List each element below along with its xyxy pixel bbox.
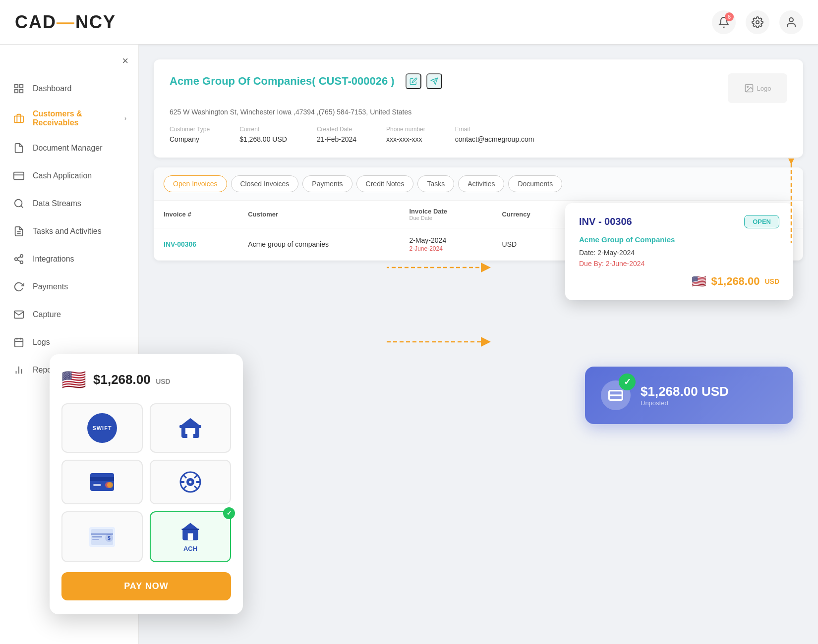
- wire-icon: [178, 470, 202, 494]
- payment-methods-grid: SWIFT: [61, 403, 231, 562]
- ach-label: ACH: [183, 545, 197, 552]
- col-date: Invoice Date Due Date: [399, 201, 492, 228]
- popup-invoice-number: INV - 00306: [579, 216, 632, 227]
- sidebar-close-button[interactable]: ×: [122, 54, 128, 67]
- tab-open-invoices[interactable]: Open Invoices: [164, 175, 227, 192]
- tab-documents[interactable]: Documents: [508, 175, 562, 192]
- top-header: CAD—NCY 6: [0, 0, 818, 45]
- customer-name: Acme Group Of Companies( CUST-000026 ): [170, 75, 395, 88]
- invoice-detail-popup: INV - 00306 OPEN Acme Group of Companies…: [565, 203, 793, 300]
- customers-chevron-icon: ›: [124, 115, 126, 122]
- customer-created-field: Created Date 21-Feb-2024: [317, 126, 356, 144]
- tab-payments[interactable]: Payments: [302, 175, 352, 192]
- svg-rect-18: [15, 339, 23, 347]
- svg-rect-50: [92, 536, 102, 537]
- popup-amount: $1,268.00: [711, 275, 760, 288]
- sidebar-item-logs[interactable]: Logs: [0, 328, 138, 356]
- modal-flag-icon: 🇺🇸: [61, 368, 86, 391]
- notifications-button[interactable]: 6: [712, 10, 736, 34]
- customer-card: Acme Group Of Companies( CUST-000026 ): [154, 59, 803, 158]
- check-icon: $: [89, 527, 115, 547]
- arrow-right-vertical-icon: [781, 159, 801, 258]
- svg-point-0: [756, 21, 759, 24]
- popup-open-badge[interactable]: OPEN: [744, 215, 779, 228]
- payments-icon: [12, 280, 26, 294]
- popup-amount-row: 🇺🇸 $1,268.00 USD: [579, 274, 779, 288]
- sidebar-item-capture[interactable]: Capture: [0, 301, 138, 328]
- logs-label: Logs: [33, 338, 50, 347]
- sidebar-item-streams[interactable]: Data Streams: [0, 190, 138, 217]
- svg-rect-4: [15, 90, 18, 93]
- sidebar-item-tasks[interactable]: Tasks and Activities: [0, 217, 138, 245]
- tab-credit-notes[interactable]: Credit Notes: [356, 175, 414, 192]
- popup-header: INV - 00306 OPEN: [579, 215, 779, 228]
- payment-method-card[interactable]: [61, 460, 143, 504]
- capture-label: Capture: [33, 310, 61, 319]
- customer-email-field: Email contact@acmegroup.com: [455, 126, 534, 144]
- customer-action-icons: [406, 73, 442, 89]
- col-customer: Customer: [238, 201, 399, 228]
- svg-rect-54: [188, 534, 193, 540]
- tab-activities[interactable]: Activities: [458, 175, 504, 192]
- payments-label: Payments: [33, 282, 68, 291]
- streams-icon: [12, 197, 26, 211]
- sidebar-item-customers[interactable]: Customers & Receivables ›: [0, 103, 138, 134]
- popup-company-name: Acme Group of Companies: [579, 235, 779, 244]
- payment-method-bank[interactable]: [150, 403, 231, 453]
- payment-method-check[interactable]: $: [61, 511, 143, 562]
- sidebar-item-cash[interactable]: Cash Application: [0, 162, 138, 190]
- payment-amount: $1,268.00 USD: [641, 384, 729, 399]
- email-label: Email: [455, 126, 534, 133]
- ach-icon: [180, 521, 201, 542]
- customers-label: Customers & Receivables: [33, 109, 117, 127]
- edit-customer-button[interactable]: [406, 73, 421, 89]
- created-label: Created Date: [317, 126, 356, 133]
- current-value: $1,268.00 USD: [239, 135, 287, 143]
- svg-line-10: [21, 206, 23, 208]
- svg-rect-6: [14, 116, 23, 122]
- cash-label: Cash Application: [33, 171, 92, 180]
- svg-line-16: [17, 260, 20, 262]
- tab-tasks[interactable]: Tasks: [417, 175, 454, 192]
- svg-line-17: [17, 257, 20, 259]
- send-customer-button[interactable]: [426, 73, 442, 89]
- modal-currency: USD: [156, 377, 171, 385]
- svg-rect-40: [192, 428, 195, 434]
- customers-icon: [12, 111, 26, 125]
- sidebar-item-dashboard[interactable]: Dashboard: [0, 75, 138, 103]
- payment-method-ach[interactable]: ✓ ACH: [150, 511, 231, 562]
- customer-logo: Logo: [728, 73, 787, 103]
- sidebar-item-payments[interactable]: Payments: [0, 273, 138, 301]
- dashboard-icon: [12, 82, 26, 96]
- customer-type-field: Customer Type Company: [170, 126, 210, 144]
- integrations-icon: [12, 252, 26, 266]
- payment-status: Unposted: [641, 399, 729, 407]
- bank-icon: [178, 416, 202, 440]
- customer-header: Acme Group Of Companies( CUST-000026 ): [170, 73, 787, 103]
- payment-method-wire[interactable]: [150, 460, 231, 504]
- invoice-link[interactable]: INV-00306: [164, 240, 196, 248]
- svg-point-9: [15, 200, 22, 207]
- settings-button[interactable]: [746, 10, 769, 34]
- pay-now-button[interactable]: PAY NOW: [61, 572, 231, 600]
- tab-closed-invoices[interactable]: Closed Invoices: [231, 175, 299, 192]
- sidebar-item-integrations[interactable]: Integrations: [0, 245, 138, 273]
- swift-icon: SWIFT: [87, 413, 117, 443]
- customer-type-value: Company: [170, 135, 199, 143]
- popup-flag-icon: 🇺🇸: [692, 274, 706, 288]
- document-label: Document Manager: [33, 144, 103, 153]
- notification-badge: 6: [725, 12, 734, 21]
- col-currency: Currency: [492, 201, 570, 228]
- sidebar-item-document[interactable]: Document Manager: [0, 134, 138, 162]
- logs-icon: [12, 335, 26, 349]
- arrow-left-icon: [382, 248, 491, 287]
- svg-rect-41: [90, 473, 114, 491]
- integrations-label: Integrations: [33, 255, 74, 264]
- capture-icon: [12, 308, 26, 322]
- dashboard-label: Dashboard: [33, 84, 71, 93]
- payment-success-card: ✓ $1,268.00 USD Unposted: [585, 367, 793, 424]
- payment-success-wrapper: ✓: [601, 380, 631, 410]
- user-button[interactable]: [779, 10, 803, 34]
- payment-method-swift[interactable]: SWIFT: [61, 403, 143, 453]
- card-icon: [90, 473, 114, 491]
